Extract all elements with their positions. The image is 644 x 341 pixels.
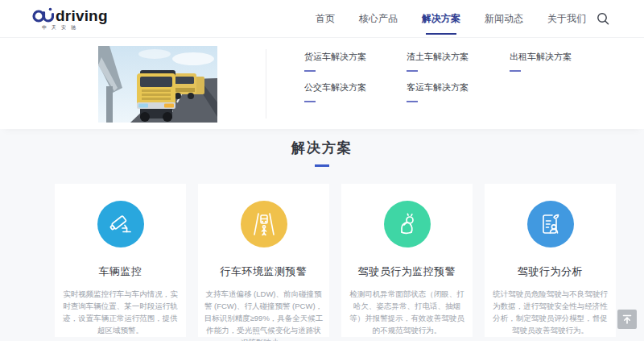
link-dump-truck-solution[interactable]: 渣土车解决方案: [407, 51, 510, 72]
link-label: 出租车解决方案: [510, 51, 612, 63]
nav-item-solutions[interactable]: 解决方案: [422, 0, 460, 38]
road-monitoring-icon: [252, 212, 276, 236]
solution-links: 货运车解决方案 渣土车解决方案 出租车解决方案 公交车解决方案 客运车解决方案: [304, 51, 612, 102]
link-label: 公交车解决方案: [304, 81, 407, 94]
link-label: 客运车解决方案: [407, 81, 510, 94]
page: driving 中天安驰 首页 核心产品 解决方案 新闻动态 关于我们: [0, 0, 644, 341]
link-taxi-solution[interactable]: 出租车解决方案: [510, 51, 612, 72]
top-navbar: driving 中天安驰 首页 核心产品 解决方案 新闻动态 关于我们: [0, 0, 644, 38]
link-underline: [407, 101, 418, 102]
card-title: 驾驶员行为监控预警: [341, 264, 473, 279]
link-freight-truck-solution[interactable]: 货运车解决方案: [304, 51, 407, 72]
link-label: 货运车解决方案: [304, 51, 407, 63]
link-underline: [510, 70, 521, 72]
brand-name: driving: [56, 8, 108, 23]
back-to-top-button[interactable]: [617, 310, 637, 329]
section-header: 解决方案: [0, 139, 644, 167]
card-circle: [241, 201, 287, 247]
search-icon[interactable]: [596, 11, 610, 26]
arrow-up-to-top-icon: [621, 314, 633, 325]
nav-item-news[interactable]: 新闻动态: [485, 0, 523, 38]
link-coach-solution[interactable]: 客运车解决方案: [407, 81, 510, 102]
card-description: 检测司机异常面部状态（闭眼、打哈欠、姿态异常、打电话、抽烟等）并报警提示，有效改…: [341, 288, 473, 336]
card-vehicle-monitoring[interactable]: 车辆监控 实时视频监控行车与车内情况，实时查询车辆位置、某一时段运行轨迹，设置车…: [55, 184, 186, 337]
card-driving-analysis[interactable]: 驾驶行为分析 统计驾驶员危险驾驶与不良驾驶行为数据，进行驾驶安全性与经济性分析，…: [485, 184, 616, 337]
section-title-underline: [315, 164, 329, 167]
link-underline: [304, 70, 316, 72]
brand-logo[interactable]: driving 中天安驰: [32, 7, 108, 30]
brand-loop-icon: [32, 7, 54, 23]
card-description: 实时视频监控行车与车内情况，实时查询车辆位置、某一时段运行轨迹，设置车辆正常运行…: [55, 288, 186, 336]
link-underline: [304, 101, 316, 102]
card-title: 车辆监控: [55, 264, 186, 279]
nav-item-about[interactable]: 关于我们: [547, 0, 586, 38]
link-bus-solution[interactable]: 公交车解决方案: [304, 81, 407, 102]
brand-subtext: 中天安驰: [42, 25, 108, 30]
nav-item-products[interactable]: 核心产品: [359, 0, 398, 38]
report-analysis-icon: [539, 212, 563, 236]
card-circle: [527, 201, 574, 247]
driver-behavior-icon: [395, 212, 419, 236]
card-circle: [384, 201, 431, 247]
card-circle: [97, 201, 144, 247]
card-description: 统计驾驶员危险驾驶与不良驾驶行为数据，进行驾驶安全性与经济性分析，制定驾驶员评分…: [485, 288, 616, 336]
card-driver-behavior-warning[interactable]: 驾驶员行为监控预警 检测司机异常面部状态（闭眼、打哈欠、姿态异常、打电话、抽烟等…: [341, 184, 473, 337]
main-nav: 首页 核心产品 解决方案 新闻动态 关于我们: [316, 0, 586, 38]
section-title: 解决方案: [0, 139, 644, 157]
cctv-camera-icon: [109, 212, 133, 236]
card-environment-warning[interactable]: 行车环境监测预警 支持车道偏移 (LDW)、前向碰撞预警 (FCW)、行人碰撞预…: [198, 184, 329, 337]
card-title: 驾驶行为分析: [485, 264, 616, 279]
link-label: 渣土车解决方案: [407, 51, 510, 63]
dropdown-divider: [266, 49, 266, 119]
link-underline: [407, 70, 418, 72]
solutions-dropdown-panel: 货运车解决方案 渣土车解决方案 出租车解决方案 公交车解决方案 客运车解决方案: [0, 38, 644, 129]
solution-cards: 车辆监控 实时视频监控行车与车内情况，实时查询车辆位置、某一时段运行轨迹，设置车…: [55, 184, 616, 337]
trucks-photo: [98, 46, 217, 123]
card-title: 行车环境监测预警: [198, 264, 329, 279]
nav-item-home[interactable]: 首页: [316, 0, 335, 38]
card-description: 支持车道偏移 (LDW)、前向碰撞预警 (FCW)、行人碰撞预警 (PCW)，目…: [198, 288, 329, 341]
